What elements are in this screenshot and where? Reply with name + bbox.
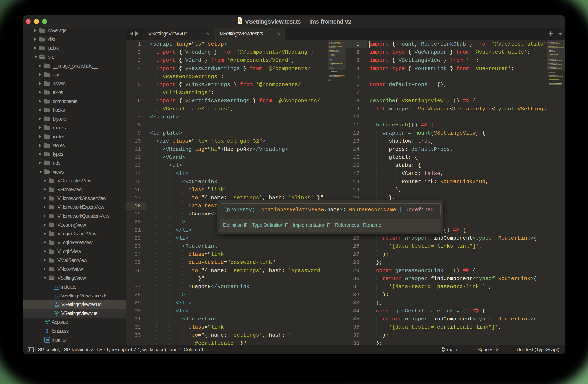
svg-text:TS: TS	[46, 339, 49, 341]
svg-text:TS: TS	[55, 286, 59, 289]
svg-text:TS: TS	[55, 294, 59, 297]
svg-text:3: 3	[46, 328, 48, 334]
svg-text:TS: TS	[58, 305, 60, 307]
